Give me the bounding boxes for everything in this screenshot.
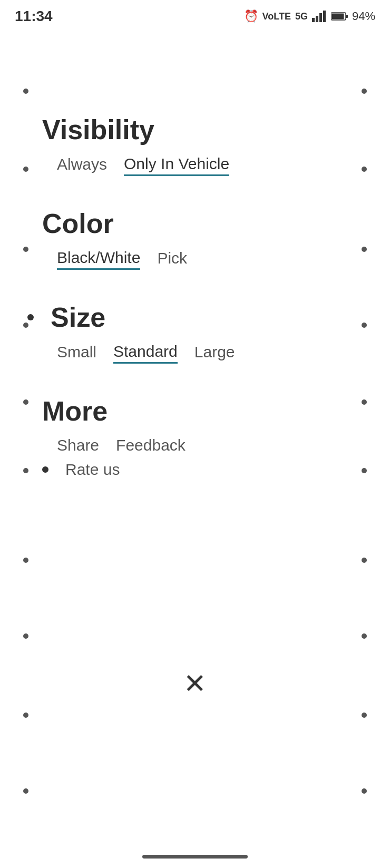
rate-us-row: Rate us bbox=[57, 461, 348, 479]
corner-dot-tl1 bbox=[23, 89, 28, 94]
battery-percent: 94% bbox=[352, 9, 375, 23]
svg-rect-2 bbox=[319, 13, 322, 22]
corner-dot-bot-tr bbox=[362, 633, 367, 639]
corner-dot-size-r bbox=[362, 399, 367, 405]
volte-icon: VoLTE bbox=[262, 11, 291, 22]
rate-bullet bbox=[42, 466, 48, 473]
size-title: Size bbox=[51, 301, 105, 333]
corner-dot-tr1 bbox=[362, 89, 367, 94]
corner-dot-tl2 bbox=[23, 167, 28, 172]
corner-dot-col-l bbox=[23, 323, 28, 328]
alarm-icon: ⏰ bbox=[244, 9, 258, 23]
more-section: More Share Feedback Rate us bbox=[42, 395, 348, 479]
corner-dot-rate-r bbox=[362, 558, 367, 563]
share-feedback-row: Share Feedback bbox=[57, 436, 348, 454]
color-option-bw[interactable]: Black/White bbox=[57, 249, 140, 270]
visibility-option-only-in-vehicle[interactable]: Only In Vehicle bbox=[124, 155, 229, 176]
rate-us-link[interactable]: Rate us bbox=[65, 461, 120, 479]
feedback-link[interactable]: Feedback bbox=[116, 436, 186, 454]
corner-dot-vis-r bbox=[362, 247, 367, 252]
size-bullet bbox=[27, 314, 34, 320]
size-option-small[interactable]: Small bbox=[57, 343, 96, 363]
corner-dot-bot-mr bbox=[362, 713, 367, 718]
more-title: More bbox=[42, 395, 108, 427]
close-button[interactable]: ✕ bbox=[174, 662, 216, 705]
color-option-pick[interactable]: Pick bbox=[157, 249, 187, 269]
svg-rect-0 bbox=[312, 18, 315, 22]
color-options: Black/White Pick bbox=[42, 249, 348, 270]
home-indicator bbox=[142, 855, 248, 859]
size-section: Size Small Standard Large bbox=[42, 301, 348, 364]
signal-icon bbox=[312, 11, 327, 22]
status-icons: ⏰ VoLTE 5G 94% bbox=[244, 9, 375, 23]
color-section: Color Black/White Pick bbox=[42, 208, 348, 270]
corner-dot-tr2 bbox=[362, 167, 367, 172]
corner-dot-col-r bbox=[362, 323, 367, 328]
corner-dot-more-l bbox=[23, 468, 28, 473]
visibility-header: Visibility bbox=[42, 114, 348, 145]
visibility-title: Visibility bbox=[42, 114, 154, 145]
size-option-standard[interactable]: Standard bbox=[113, 343, 178, 364]
main-content: Visibility Always Only In Vehicle Color … bbox=[0, 114, 390, 479]
visibility-section: Visibility Always Only In Vehicle bbox=[42, 114, 348, 176]
corner-dot-bot-ml bbox=[23, 713, 28, 718]
corner-dot-bot-bl bbox=[23, 788, 28, 794]
svg-rect-6 bbox=[331, 14, 344, 19]
status-time: 11:34 bbox=[15, 8, 53, 25]
size-header: Size bbox=[42, 301, 348, 333]
5g-icon: 5G bbox=[295, 11, 308, 22]
corner-dot-rate-l bbox=[23, 558, 28, 563]
more-options: Share Feedback Rate us bbox=[42, 436, 348, 479]
visibility-option-always[interactable]: Always bbox=[57, 155, 107, 175]
svg-rect-3 bbox=[323, 11, 326, 22]
status-bar: 11:34 ⏰ VoLTE 5G 94% bbox=[0, 0, 390, 30]
corner-dot-bot-br bbox=[362, 788, 367, 794]
corner-dot-size-l bbox=[23, 399, 28, 405]
color-header: Color bbox=[42, 208, 348, 239]
corner-dot-more-r bbox=[362, 468, 367, 473]
battery-icon bbox=[331, 12, 348, 21]
share-link[interactable]: Share bbox=[57, 436, 99, 454]
corner-dot-vis-l bbox=[23, 247, 28, 252]
more-header: More bbox=[42, 395, 348, 427]
close-icon: ✕ bbox=[183, 670, 207, 697]
svg-rect-5 bbox=[346, 15, 348, 18]
color-title: Color bbox=[42, 208, 114, 239]
svg-rect-1 bbox=[316, 16, 318, 22]
size-options: Small Standard Large bbox=[42, 343, 348, 364]
visibility-options: Always Only In Vehicle bbox=[42, 155, 348, 176]
corner-dot-bot-tl bbox=[23, 633, 28, 639]
size-option-large[interactable]: Large bbox=[194, 343, 235, 363]
